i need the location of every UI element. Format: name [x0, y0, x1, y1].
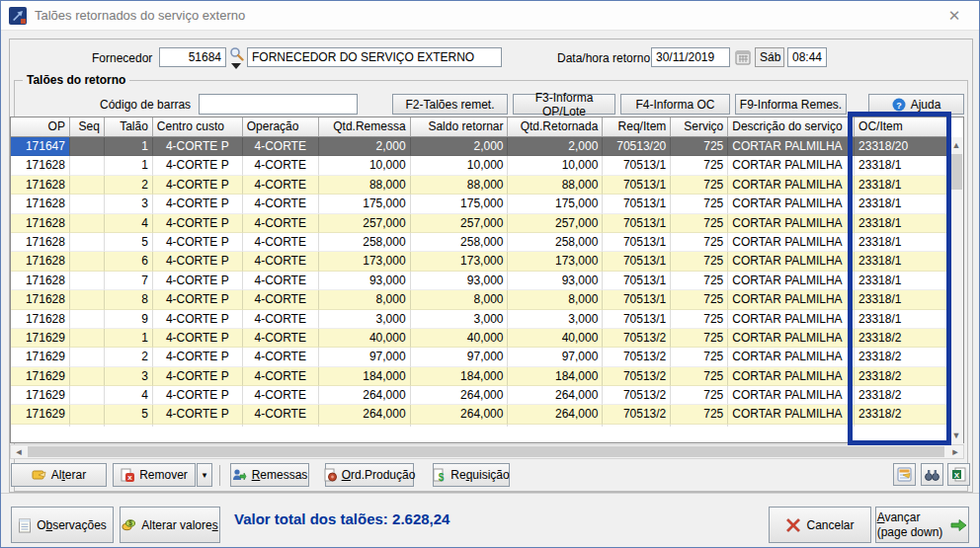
- alterar-button[interactable]: Alterar: [11, 463, 107, 487]
- alterar-valores-button[interactable]: $ Alterar valores: [120, 507, 220, 543]
- grid-body: 17164714-CORTE P4-CORTE2,0002,0002,00070…: [11, 137, 948, 427]
- horizontal-scroll-thumb[interactable]: [28, 446, 944, 457]
- cancelar-button[interactable]: Cancelar: [769, 507, 871, 543]
- dropdown-arrow-icon[interactable]: [231, 63, 241, 69]
- ord-producao-button[interactable]: Ord.Produção: [325, 463, 414, 487]
- table-cell: 70513/2: [603, 386, 671, 405]
- time-box: 08:44: [787, 47, 827, 67]
- excel-export-button[interactable]: X: [947, 463, 970, 486]
- table-row[interactable]: 17162854-CORTE P4-CORTE258,000258,000258…: [11, 233, 948, 252]
- fornecedor-code-input[interactable]: [159, 47, 226, 67]
- table-cell: 264,000: [319, 405, 411, 424]
- excel-icon: X: [951, 467, 966, 482]
- table-cell: 23318/1: [855, 195, 948, 213]
- scroll-right-icon[interactable]: ▸: [947, 445, 963, 458]
- table-row[interactable]: 17162864-CORTE P4-CORTE173,000173,000173…: [11, 252, 948, 271]
- table-cell: 4-CORTE P: [153, 156, 243, 175]
- table-cell: 23318/1: [855, 290, 948, 309]
- table-cell: 70513/1: [603, 156, 671, 175]
- table-row[interactable]: 17162954-CORTE P4-CORTE264,000264,000264…: [11, 405, 948, 424]
- table-cell: 23318/1: [855, 310, 948, 329]
- column-header-descri-o-do-servi-o[interactable]: Descrição do serviço: [728, 117, 855, 137]
- column-header-seq[interactable]: Seq: [70, 117, 105, 137]
- close-icon[interactable]: ✕: [943, 6, 965, 26]
- column-header-req-item[interactable]: Req/Item: [603, 117, 671, 137]
- table-cell: 97,000: [319, 348, 411, 366]
- table-cell: 70513/1: [603, 272, 671, 290]
- f9-informa-remes-button[interactable]: F9-Informa Remes.: [735, 94, 847, 115]
- column-header-oc-item[interactable]: OC/Item: [855, 117, 948, 137]
- table-cell: 184,000: [319, 367, 411, 386]
- column-header-op[interactable]: OP: [11, 117, 70, 137]
- observacoes-button[interactable]: Observações: [11, 507, 114, 543]
- barcode-input[interactable]: [199, 94, 358, 115]
- table-row[interactable]: 17162934-CORTE P4-CORTE184,000184,000184…: [11, 367, 948, 386]
- table-row[interactable]: 17162964-CORTE P4-CORTE181,000181,000181…: [11, 425, 948, 427]
- table-cell: 4-CORTE P: [153, 290, 243, 309]
- table-cell: 171629: [11, 386, 70, 405]
- column-header-saldo-retornar[interactable]: Saldo retornar: [411, 117, 509, 137]
- table-cell: 175,000: [411, 195, 509, 213]
- table-cell: 4-CORTE: [243, 272, 319, 290]
- remover-button[interactable]: x Remover: [113, 463, 196, 487]
- table-row[interactable]: 17162824-CORTE P4-CORTE88,00088,00088,00…: [11, 176, 948, 195]
- table-cell: 258,000: [508, 233, 603, 252]
- f2-taloes-remet-button[interactable]: F2-Talões remet.: [392, 94, 508, 115]
- table-cell: 2,000: [508, 137, 603, 156]
- binoculars-button[interactable]: [921, 463, 943, 486]
- table-cell: CORTAR PALMILHA: [728, 272, 855, 290]
- table-row[interactable]: 17162834-CORTE P4-CORTE175,000175,000175…: [11, 195, 948, 213]
- table-cell: 3,000: [411, 310, 509, 329]
- table-cell: 171628: [11, 176, 70, 195]
- table-row[interactable]: 17164714-CORTE P4-CORTE2,0002,0002,00070…: [11, 137, 948, 156]
- avancar-button[interactable]: Avançar (page down): [875, 507, 969, 543]
- table-row[interactable]: 17162874-CORTE P4-CORTE93,00093,00093,00…: [11, 272, 948, 290]
- scroll-down-icon[interactable]: ▼: [948, 428, 964, 443]
- help-button[interactable]: ? Ajuda: [868, 94, 964, 115]
- column-header-tal-o[interactable]: Talão: [105, 117, 153, 137]
- report-button[interactable]: [893, 463, 916, 486]
- table-row[interactable]: 17162914-CORTE P4-CORTE40,00040,00040,00…: [11, 329, 948, 348]
- table-cell: 70513/20: [603, 137, 671, 156]
- remessas-button[interactable]: Remessas: [230, 463, 309, 487]
- table-cell: [70, 386, 105, 405]
- return-date-input[interactable]: [651, 47, 730, 67]
- table-cell: 10,000: [319, 156, 411, 175]
- table-cell: 2,000: [411, 137, 509, 156]
- help-icon: ?: [892, 98, 906, 112]
- fornecedor-label: Fornecedor: [92, 51, 152, 65]
- f3-informa-op-lote-button[interactable]: F3-Informa OP/Lote: [513, 94, 615, 115]
- toolbar-separator: [219, 465, 220, 486]
- column-header-qtd-retornada[interactable]: Qtd.Retornada: [508, 117, 603, 137]
- table-cell: CORTAR PALMILHA: [728, 386, 855, 405]
- vertical-scrollbar[interactable]: ▲ ▼: [947, 137, 963, 443]
- table-row[interactable]: 17162844-CORTE P4-CORTE257,000257,000257…: [11, 214, 948, 233]
- vertical-scroll-thumb[interactable]: [949, 154, 962, 190]
- horizontal-scrollbar[interactable]: ◂ ▸: [10, 444, 964, 459]
- column-header-servi-o[interactable]: Serviço: [671, 117, 728, 137]
- table-cell: 23318/2: [855, 329, 948, 348]
- requisicao-button[interactable]: $ Requisição: [433, 463, 510, 487]
- table-cell: 4-CORTE P: [153, 425, 243, 427]
- table-row[interactable]: 17162924-CORTE P4-CORTE97,00097,00097,00…: [11, 348, 948, 366]
- table-row[interactable]: 17162884-CORTE P4-CORTE8,0008,0008,00070…: [11, 290, 948, 309]
- table-cell: 4-CORTE P: [153, 405, 243, 424]
- f4-informa-oc-button[interactable]: F4-Informa OC: [620, 94, 730, 115]
- column-header-centro-custo[interactable]: Centro custo: [153, 117, 243, 137]
- table-cell: 184,000: [411, 367, 509, 386]
- remover-dropdown-button[interactable]: ▾: [197, 463, 212, 487]
- column-header-qtd-remessa[interactable]: Qtd.Remessa: [319, 117, 411, 137]
- table-cell: 171628: [11, 290, 70, 309]
- scroll-up-icon[interactable]: ▲: [948, 137, 964, 153]
- table-row[interactable]: 17162944-CORTE P4-CORTE264,000264,000264…: [11, 386, 948, 405]
- column-header-opera-o[interactable]: Operação: [243, 117, 319, 137]
- table-cell: 70513/2: [603, 329, 671, 348]
- scroll-left-icon[interactable]: ◂: [11, 445, 27, 458]
- search-icon[interactable]: [229, 46, 244, 61]
- table-row[interactable]: 17162814-CORTE P4-CORTE10,00010,00010,00…: [11, 156, 948, 175]
- table-row[interactable]: 17162894-CORTE P4-CORTE3,0003,0003,00070…: [11, 310, 948, 329]
- calendar-icon[interactable]: [735, 49, 751, 65]
- table-cell: 97,000: [508, 348, 603, 366]
- svg-text:$: $: [129, 519, 133, 527]
- table-cell: CORTAR PALMILHA: [728, 156, 855, 175]
